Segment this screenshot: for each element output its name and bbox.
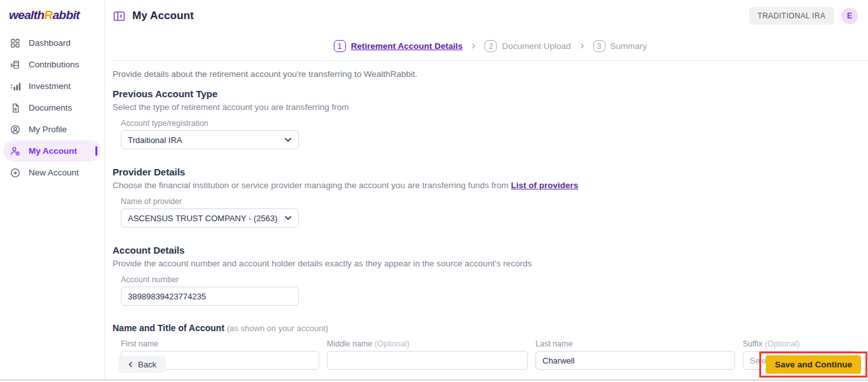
sidebar-item-new-account[interactable]: New Account bbox=[3, 162, 101, 183]
step-number-badge: 1 bbox=[334, 40, 346, 52]
section-title-provider-details: Provider Details bbox=[113, 167, 868, 177]
annotation-highlight-box: Save and Continue bbox=[759, 351, 867, 378]
suffix-label: Suffix (Optional) bbox=[743, 339, 857, 348]
sidebar-item-label: My Profile bbox=[29, 125, 67, 134]
sidebar-item-my-account[interactable]: My Account bbox=[3, 140, 101, 161]
chevron-left-icon bbox=[128, 361, 133, 368]
chevron-right-icon bbox=[578, 42, 586, 50]
section-title-account-details: Account Details bbox=[113, 245, 868, 256]
sidebar-item-contributions[interactable]: $ Contributions bbox=[3, 54, 101, 75]
account-number-input[interactable] bbox=[121, 287, 299, 306]
name-title-hint: (as shown on your account) bbox=[227, 324, 329, 333]
provider-desc-text: Choose the financial institution or serv… bbox=[113, 181, 509, 190]
main-panel: My Account TRADITIONAL IRA E 1 Retiremen… bbox=[105, 0, 868, 379]
account-gear-icon bbox=[10, 146, 21, 157]
back-button-label: Back bbox=[138, 360, 156, 369]
section-desc-previous-account-type: Select the type of retirement account yo… bbox=[113, 102, 868, 112]
dashboard-icon bbox=[10, 38, 21, 49]
sidebar-item-my-profile[interactable]: My Profile bbox=[3, 119, 101, 140]
user-avatar[interactable]: E bbox=[841, 8, 858, 24]
sidebar-item-investment[interactable]: Investment bbox=[3, 76, 101, 97]
provider-value: ASCENSUS TRUST COMPANY - (2563) bbox=[128, 214, 277, 223]
svg-text:$: $ bbox=[10, 62, 13, 67]
logo-text-abbit: abbit bbox=[53, 8, 79, 22]
step-label: Document Upload bbox=[502, 41, 570, 51]
step-label: Summary bbox=[610, 41, 647, 51]
logo-rabbit-glyph: R bbox=[45, 8, 53, 22]
account-type-select[interactable]: Trdaitional IRA bbox=[121, 130, 299, 149]
sidebar-item-documents[interactable]: Documents bbox=[3, 97, 101, 118]
sidebar: wealthRabbit Dashboard $ Contributions I… bbox=[0, 0, 105, 379]
sidebar-item-label: Contributions bbox=[29, 60, 79, 69]
wealthrabbit-logo: wealthRabbit bbox=[0, 5, 104, 32]
first-name-label: First name bbox=[121, 339, 319, 348]
step-number-badge: 3 bbox=[593, 40, 605, 52]
main-header: My Account TRADITIONAL IRA E bbox=[113, 0, 868, 32]
sidebar-item-dashboard[interactable]: Dashboard bbox=[3, 32, 101, 53]
logo-text-wealth: wealth bbox=[9, 8, 45, 22]
form-footer: Back Save and Continue bbox=[113, 351, 868, 378]
step-retirement-account-details[interactable]: 1 Retirement Account Details bbox=[334, 40, 463, 52]
step-number-badge: 2 bbox=[485, 40, 497, 52]
form-intro-text: Provide details about the retirement acc… bbox=[113, 69, 868, 79]
chevron-down-icon bbox=[284, 215, 292, 221]
middle-name-optional-hint: (Optional) bbox=[375, 339, 410, 348]
step-summary[interactable]: 3 Summary bbox=[593, 40, 647, 52]
plus-circle-icon bbox=[10, 167, 21, 179]
name-title-text: Name and Title of Account bbox=[113, 323, 224, 333]
section-title-previous-account-type: Previous Account Type bbox=[113, 88, 868, 99]
contributions-icon: $ bbox=[10, 59, 21, 71]
back-button[interactable]: Back bbox=[118, 356, 166, 373]
chevron-right-icon bbox=[469, 42, 478, 50]
account-type-value: Trdaitional IRA bbox=[128, 135, 183, 145]
sidebar-item-label: Investment bbox=[29, 81, 71, 91]
sidebar-item-label: Documents bbox=[29, 103, 72, 113]
section-title-name-and-title: Name and Title of Account (as shown on y… bbox=[113, 323, 868, 333]
app-window: wealthRabbit Dashboard $ Contributions I… bbox=[0, 0, 868, 381]
account-type-label: Account type/registration bbox=[121, 119, 868, 128]
last-name-label: Last name bbox=[535, 339, 735, 348]
page-title: My Account bbox=[132, 10, 194, 22]
active-indicator-bar bbox=[95, 146, 97, 156]
middle-name-label: Middle name (Optional) bbox=[327, 339, 528, 348]
account-number-label: Account number bbox=[121, 275, 868, 284]
provider-name-label: Name of provider bbox=[121, 197, 868, 206]
investment-chart-icon bbox=[10, 81, 21, 92]
sidebar-item-label: New Account bbox=[29, 168, 79, 177]
list-of-providers-link[interactable]: List of providers bbox=[511, 181, 579, 190]
account-type-badge: TRADITIONAL IRA bbox=[749, 7, 834, 25]
sidebar-item-label: Dashboard bbox=[29, 38, 71, 48]
provider-select[interactable]: ASCENSUS TRUST COMPANY - (2563) bbox=[121, 208, 299, 228]
suffix-optional-hint: (Optional) bbox=[765, 339, 800, 348]
chevron-down-icon bbox=[284, 137, 292, 142]
section-desc-provider-details: Choose the financial institution or serv… bbox=[113, 181, 868, 190]
form-content: Provide details about the retirement acc… bbox=[113, 61, 868, 370]
sidebar-collapse-icon[interactable] bbox=[113, 10, 126, 23]
document-icon bbox=[10, 102, 21, 114]
step-document-upload[interactable]: 2 Document Upload bbox=[485, 40, 570, 52]
stepper: 1 Retirement Account Details 2 Document … bbox=[113, 40, 868, 52]
save-and-continue-button[interactable]: Save and Continue bbox=[766, 355, 861, 374]
section-desc-account-details: Provide the account number and account h… bbox=[113, 259, 868, 268]
suffix-label-text: Suffix bbox=[743, 339, 762, 348]
step-label: Retirement Account Details bbox=[351, 41, 463, 51]
middle-name-label-text: Middle name bbox=[327, 339, 373, 348]
profile-icon bbox=[10, 124, 21, 135]
sidebar-item-label: My Account bbox=[29, 146, 77, 156]
